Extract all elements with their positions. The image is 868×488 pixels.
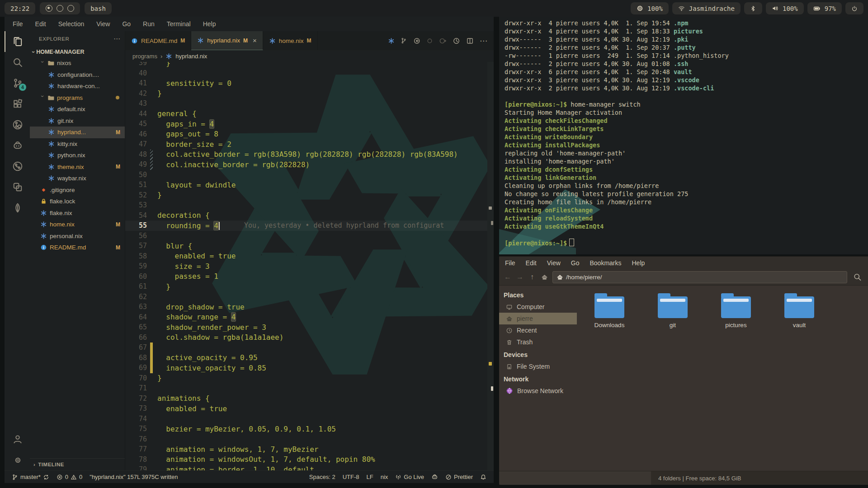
code-line[interactable]: 69 inactive_opacity = 0.85: [125, 363, 494, 373]
encoding-indicator[interactable]: UTF-8: [343, 474, 359, 480]
menu-go[interactable]: Go: [122, 20, 131, 28]
code-line[interactable]: 65 shadow_render_power = 3: [125, 322, 494, 333]
code-line[interactable]: 46 gaps_out = 8: [125, 129, 494, 140]
up-button[interactable]: ↑: [528, 273, 536, 281]
code-line[interactable]: 50: [125, 170, 494, 180]
cpu-module[interactable]: 100%: [631, 2, 669, 14]
go-back-icon[interactable]: [413, 37, 420, 45]
activity-remote-icon[interactable]: [5, 156, 30, 177]
folder-pictures[interactable]: pictures: [714, 293, 758, 328]
code-line[interactable]: 72animations {: [125, 394, 494, 404]
sidebar-item-pierre[interactable]: pierre: [499, 313, 577, 324]
menu-run[interactable]: Run: [143, 20, 155, 28]
code-line[interactable]: 51 layout = dwindle: [125, 180, 494, 190]
code-line[interactable]: 75 bezier = myBezier, 0.05, 0.9, 0.1, 1.…: [125, 424, 494, 434]
activity-liveshare-icon[interactable]: [5, 177, 30, 197]
code-line[interactable]: 71: [125, 383, 494, 394]
code-line[interactable]: 78 animation = windowsOut, 1, 7, default…: [125, 455, 494, 465]
breadcrumb[interactable]: programs › hyprland.nix: [125, 50, 494, 62]
code-line[interactable]: 73 enabled = true: [125, 404, 494, 414]
menu-terminal[interactable]: Terminal: [167, 20, 191, 28]
activity-account-icon[interactable]: [5, 429, 30, 450]
editor-nix-icon[interactable]: [388, 38, 395, 44]
scrollbar-minimap[interactable]: [487, 62, 494, 470]
notifications-bell-icon[interactable]: [480, 474, 486, 480]
sidebar-item-file-system[interactable]: File System: [499, 361, 577, 372]
power-module[interactable]: [845, 2, 863, 14]
code-line[interactable]: 74: [125, 414, 494, 424]
file-tree-item[interactable]: git.nix: [30, 115, 125, 127]
tab-README.md[interactable]: README.mdM: [125, 31, 191, 50]
sidebar-item-computer[interactable]: Computer: [499, 301, 577, 313]
code-line[interactable]: 41 sensitivity = 0: [125, 78, 494, 89]
code-line[interactable]: 62: [125, 292, 494, 302]
code-line[interactable]: 66 col.shadow = rgba(1a1a1aee): [125, 333, 494, 343]
split-editor-icon[interactable]: [466, 37, 474, 45]
code-line[interactable]: 39 }: [125, 62, 494, 68]
fm-menu-edit[interactable]: Edit: [526, 259, 537, 267]
eol-indicator[interactable]: LF: [366, 474, 373, 480]
bluetooth-module[interactable]: [744, 2, 762, 14]
code-line[interactable]: 53: [125, 200, 494, 211]
sidebar-item-browse-network[interactable]: Browse Network: [499, 385, 577, 397]
indent-indicator[interactable]: Spaces: 2: [309, 474, 335, 480]
sidebar-item-recent[interactable]: Recent: [499, 324, 577, 336]
activity-source-control-icon[interactable]: 4: [5, 73, 30, 94]
activity-settings-icon[interactable]: [5, 450, 30, 470]
menu-help[interactable]: Help: [203, 20, 216, 28]
folder-downloads[interactable]: Downloads: [588, 293, 631, 328]
activity-extensions-icon[interactable]: [5, 94, 30, 114]
file-tree-item[interactable]: ›nixos: [30, 57, 125, 69]
code-line[interactable]: 61 }: [125, 282, 494, 292]
file-tree-item[interactable]: flake.nix: [30, 207, 125, 219]
activity-explorer-icon[interactable]: [5, 31, 30, 52]
fm-menu-view[interactable]: View: [547, 259, 561, 267]
timeline-section[interactable]: › TIMELINE: [30, 458, 125, 470]
code-line[interactable]: 42}: [125, 89, 494, 99]
problems-indicator[interactable]: 0 0: [57, 474, 82, 480]
file-tree-item[interactable]: python.nix: [30, 150, 125, 161]
go-live-button[interactable]: Go Live: [395, 474, 424, 480]
file-tree-item[interactable]: personal.nix: [30, 230, 125, 242]
code-line[interactable]: 55 rounding = 4You, yesterday • deleted …: [125, 221, 494, 231]
code-editor[interactable]: 39 }4041 sensitivity = 042}4344general {…: [125, 62, 494, 470]
forward-button[interactable]: →: [516, 273, 524, 281]
prettier-indicator[interactable]: Prettier: [445, 474, 473, 480]
fm-menu-help[interactable]: Help: [632, 259, 645, 267]
tab-home.nix[interactable]: home.nixM: [263, 31, 318, 50]
folder-git[interactable]: git: [651, 293, 694, 328]
code-line[interactable]: 76: [125, 434, 494, 445]
code-line[interactable]: 44general {: [125, 109, 494, 119]
file-tree-item[interactable]: default.nix: [30, 103, 125, 115]
code-line[interactable]: 63 drop_shadow = true: [125, 302, 494, 312]
terminal-window[interactable]: drwxr-xr-x 4 pierre users 4,0K 1. Sep 19…: [499, 17, 868, 254]
workspace-dot[interactable]: [46, 5, 52, 12]
code-line[interactable]: 59 size = 3: [125, 261, 494, 272]
code-line[interactable]: 43: [125, 99, 494, 109]
file-tree-item[interactable]: hyprland...M: [30, 127, 125, 138]
file-tree-item[interactable]: theme.nixM: [30, 161, 125, 173]
menu-edit[interactable]: Edit: [35, 20, 46, 28]
file-tree-item[interactable]: hardware-con...: [30, 80, 125, 92]
activity-gitlens-icon[interactable]: [5, 114, 30, 135]
code-line[interactable]: 67: [125, 343, 494, 353]
code-line[interactable]: 54decoration {: [125, 211, 494, 221]
back-button[interactable]: ←: [504, 273, 512, 281]
close-tab-icon[interactable]: ×: [253, 37, 257, 44]
code-line[interactable]: 79 animation = border, 1, 10, default: [125, 465, 494, 470]
code-line[interactable]: 40: [125, 68, 494, 79]
menu-view[interactable]: View: [96, 20, 110, 28]
sidebar-item-trash[interactable]: Trash: [499, 336, 577, 348]
code-line[interactable]: 64 shadow_range = 4: [125, 312, 494, 323]
tab-hyprland.nix[interactable]: hyprland.nixM×: [191, 31, 263, 50]
code-line[interactable]: 52}: [125, 190, 494, 201]
code-line[interactable]: 47 border_size = 2: [125, 139, 494, 150]
more-actions-icon[interactable]: ⋯: [480, 36, 487, 46]
explorer-actions-icon[interactable]: ⋯: [113, 35, 121, 43]
menu-selection[interactable]: Selection: [58, 20, 85, 28]
file-tree-item[interactable]: kitty.nix: [30, 138, 125, 150]
home-button[interactable]: [540, 274, 548, 281]
workspace-dot[interactable]: [57, 5, 63, 12]
folder-vault[interactable]: vault: [778, 293, 821, 328]
code-line[interactable]: 58 enabled = true: [125, 251, 494, 262]
